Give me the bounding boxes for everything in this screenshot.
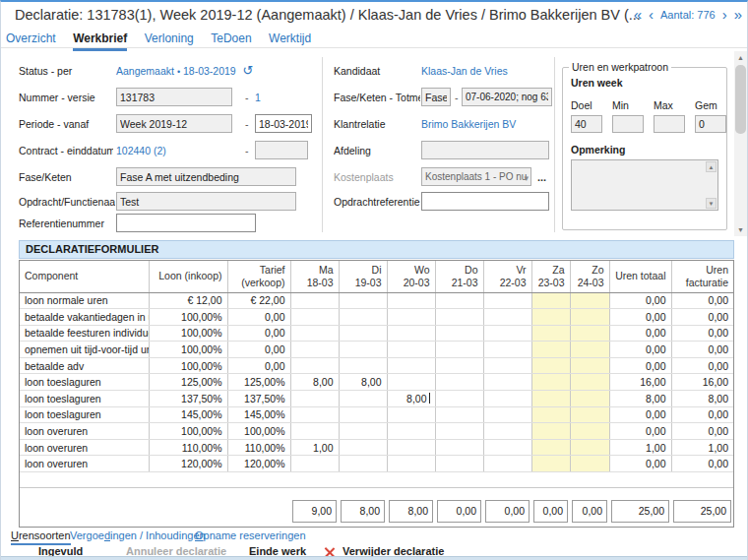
tab-verloning[interactable]: Verloning	[145, 31, 194, 48]
nummer-input[interactable]	[116, 88, 232, 106]
day-cell-wo[interactable]	[387, 309, 435, 326]
status-value[interactable]: Aangemaakt • 18-03-2019 ↺	[116, 61, 254, 82]
day-cell-do[interactable]	[435, 292, 483, 309]
day-cell-zo[interactable]	[570, 423, 609, 440]
day-cell-zo[interactable]	[570, 292, 609, 309]
kostenplaats-select[interactable]: Kostenplaats 1 - PO nu ▾	[421, 167, 531, 186]
day-cell-di[interactable]: 8,00	[339, 374, 387, 391]
day-cell-zo[interactable]	[570, 357, 609, 374]
status-date[interactable]: 18-03-2019	[183, 65, 236, 77]
form-scrollbar[interactable]: ▲ ▼	[734, 51, 747, 236]
day-cell-za[interactable]	[531, 309, 570, 326]
tab-tedoen[interactable]: TeDoen	[211, 31, 251, 48]
tab-vergoedingen-inhoudingen[interactable]: Vergoedingen / Inhoudingen	[70, 529, 206, 543]
klantrelatie-link[interactable]: Brimo Bakkerijen BV	[421, 114, 516, 134]
opmerking-textarea[interactable]: ▲ ▼	[571, 159, 718, 211]
day-cell-di[interactable]	[339, 391, 387, 407]
day-cell-za[interactable]	[531, 374, 570, 391]
day-cell-vr[interactable]	[483, 309, 531, 326]
scroll-up-icon[interactable]: ▲	[706, 161, 717, 172]
day-cell-ma[interactable]	[290, 309, 339, 326]
last-record-icon[interactable]: »	[734, 6, 742, 24]
day-cell-wo[interactable]	[387, 456, 435, 472]
day-cell-zo[interactable]	[570, 456, 609, 472]
day-cell-ma[interactable]	[290, 357, 339, 374]
day-cell-za[interactable]	[531, 292, 570, 309]
day-cell-wo[interactable]	[387, 374, 435, 391]
day-cell-wo-active[interactable]: 8,00	[387, 391, 435, 407]
day-cell-zo[interactable]	[570, 406, 609, 423]
ellipsis-button[interactable]: ...	[537, 167, 546, 187]
day-cell-ma[interactable]: 8,00	[290, 374, 339, 391]
day-cell-di[interactable]	[339, 292, 387, 309]
day-cell-do[interactable]	[435, 309, 483, 326]
opdrachtreferentie-input[interactable]	[421, 192, 549, 211]
day-cell-vr[interactable]	[483, 391, 531, 407]
day-cell-vr[interactable]	[483, 374, 531, 391]
afdeling-input[interactable]	[421, 141, 549, 159]
tab-werkbrief[interactable]: Werkbrief	[73, 31, 127, 51]
day-cell-wo[interactable]	[387, 357, 435, 374]
scroll-down-icon[interactable]: ▼	[734, 223, 747, 236]
day-cell-vr[interactable]	[483, 325, 531, 342]
day-cell-vr[interactable]	[483, 342, 531, 358]
versie-link[interactable]: 1	[255, 88, 261, 107]
history-icon[interactable]: ↺	[243, 63, 254, 78]
next-record-icon[interactable]: ›	[722, 6, 727, 24]
day-cell-do[interactable]	[435, 439, 483, 456]
day-cell-vr[interactable]	[483, 406, 531, 423]
day-cell-di[interactable]	[339, 309, 387, 326]
scroll-up-icon[interactable]: ▲	[734, 51, 747, 64]
day-cell-za[interactable]	[531, 406, 570, 423]
day-cell-vr[interactable]	[483, 357, 531, 374]
day-cell-vr[interactable]	[483, 423, 531, 440]
day-cell-ma[interactable]: 1,00	[290, 439, 339, 456]
gem-input[interactable]	[695, 115, 726, 133]
tab-urensoorten[interactable]: Urensoorten	[11, 529, 71, 545]
day-cell-ma[interactable]	[290, 325, 339, 342]
day-cell-wo[interactable]	[387, 292, 435, 309]
tab-werktijd[interactable]: Werktijd	[269, 31, 311, 48]
kandidaat-link[interactable]: Klaas-Jan de Vries	[421, 61, 508, 81]
day-cell-di[interactable]	[339, 406, 387, 423]
contract-link[interactable]: 102440 (2)	[116, 141, 166, 160]
fase-totmet-input[interactable]	[421, 88, 451, 106]
day-cell-za[interactable]	[531, 456, 570, 472]
periode-input[interactable]	[116, 114, 232, 133]
day-cell-zo[interactable]	[570, 309, 609, 326]
day-cell-do[interactable]	[435, 357, 483, 374]
day-cell-di[interactable]	[339, 325, 387, 342]
day-cell-za[interactable]	[531, 357, 570, 374]
day-cell-wo[interactable]	[387, 342, 435, 358]
day-cell-zo[interactable]	[570, 374, 609, 391]
day-cell-zo[interactable]	[570, 342, 609, 358]
day-cell-vr[interactable]	[483, 456, 531, 472]
day-cell-zo[interactable]	[570, 325, 609, 342]
referentienummer-input[interactable]	[116, 214, 256, 232]
day-cell-ma[interactable]	[290, 391, 339, 407]
day-cell-do[interactable]	[435, 423, 483, 440]
day-cell-ma[interactable]	[290, 292, 339, 309]
day-cell-za[interactable]	[531, 439, 570, 456]
day-cell-zo[interactable]	[570, 391, 609, 407]
day-cell-ma[interactable]	[290, 406, 339, 423]
day-cell-di[interactable]	[339, 439, 387, 456]
day-cell-wo[interactable]	[387, 325, 435, 342]
day-cell-zo[interactable]	[570, 439, 609, 456]
functienaam-input[interactable]	[116, 192, 296, 211]
day-cell-do[interactable]	[435, 391, 483, 407]
day-cell-do[interactable]	[435, 325, 483, 342]
day-cell-ma[interactable]	[290, 456, 339, 472]
einddatum-input[interactable]	[255, 141, 308, 159]
min-input[interactable]	[612, 115, 644, 133]
tab-opname-reserveringen[interactable]: Opname reserveringen	[195, 529, 306, 543]
day-cell-di[interactable]	[339, 357, 387, 374]
day-cell-do[interactable]	[435, 342, 483, 358]
day-cell-di[interactable]	[339, 342, 387, 358]
day-cell-wo[interactable]	[387, 439, 435, 456]
day-cell-za[interactable]	[531, 342, 570, 358]
day-cell-do[interactable]	[435, 374, 483, 391]
day-cell-vr[interactable]	[483, 439, 531, 456]
day-cell-za[interactable]	[531, 325, 570, 342]
day-cell-di[interactable]	[339, 456, 387, 472]
